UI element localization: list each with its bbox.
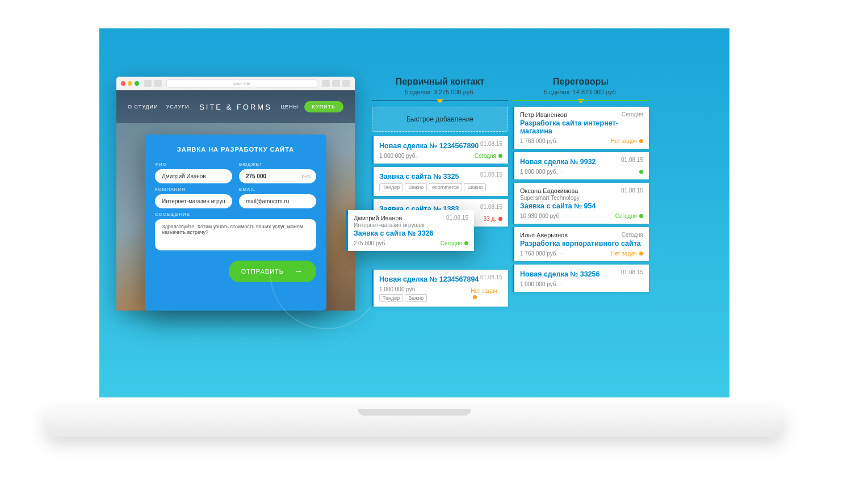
forward-icon [154, 80, 162, 87]
status-dot-icon [639, 170, 643, 174]
deal-card[interactable]: Новая сделка № 123456789001.08.15 1 000 … [372, 136, 508, 164]
col1-title: Первичный контакт [372, 77, 508, 87]
email-input[interactable] [239, 194, 316, 208]
deal-link[interactable]: Новая сделка № 33256 [520, 270, 600, 278]
deal-date: 01.08.15 [621, 157, 643, 163]
pipeline-col-primary-contact: Первичный контакт 5 сделок: 3 275 000 ру… [372, 77, 508, 310]
deal-card[interactable]: Заявка с сайта № 332501.08.15 ТендерВажн… [372, 167, 508, 196]
status-dot-icon [639, 252, 643, 255]
deal-card[interactable]: Петр ИваненковСегодня Разработка сайта и… [513, 107, 649, 149]
message-input[interactable] [155, 219, 316, 250]
deal-date: 01.08.15 [480, 141, 502, 147]
col2-title: Переговоры [513, 77, 649, 87]
deal-date: 01.08.15 [621, 187, 643, 194]
fio-label: ФИО [155, 162, 232, 167]
pipeline: Первичный контакт 5 сделок: 3 275 000 ру… [372, 77, 649, 310]
deal-company: Интернет-магазин игрушек [354, 222, 424, 228]
quick-add-button[interactable]: Быстрое добавление [372, 107, 508, 132]
status-dot-icon [498, 217, 502, 221]
deal-link[interactable]: Разработка корпоративного сайта [520, 240, 643, 248]
message-label: СООБЩЕНИЕ [155, 212, 316, 217]
deal-status: 33 д. [483, 216, 496, 222]
nav-about[interactable]: О СТУДИИ [128, 104, 158, 110]
deal-link[interactable]: Заявка с сайта № 3325 [379, 173, 459, 181]
form-title: ЗАЯВКА НА РАЗРАБОТКУ САЙТА [155, 146, 316, 153]
deal-person: Дмитрий Иванов [354, 215, 424, 221]
deal-amount: 1 763 000 руб. [520, 250, 557, 257]
maximize-dot-icon [135, 81, 139, 86]
deal-status: Нет задач [471, 288, 497, 294]
deal-person: Илья Аверьянов [520, 232, 568, 238]
dragging-deal-card[interactable]: Дмитрий Иванов Интернет-магазин игрушек … [346, 210, 474, 251]
deal-amount: 1 000 000 руб. [520, 169, 557, 175]
status-dot-icon [464, 241, 468, 245]
budget-label: БЮДЖЕТ [239, 162, 316, 167]
deal-status: Сегодня [615, 213, 637, 219]
deal-date: 01.08.15 [480, 274, 502, 280]
nav-services[interactable]: УСЛУГИ [166, 104, 190, 110]
deal-link[interactable]: Заявка с сайта № 954 [520, 202, 643, 210]
deal-date: 01.08.15 [621, 269, 643, 275]
deal-amount: 275 000 руб. [354, 240, 387, 246]
status-dot-icon [473, 295, 477, 299]
deal-card[interactable]: Оксана ЕвдокимоваSupersmart Technology01… [513, 183, 649, 224]
email-label: EMAIL [239, 187, 316, 192]
url-bar: your site [166, 79, 317, 87]
col2-subtitle: 5 сделок: 14 873 000 руб. [513, 89, 649, 95]
company-label: КОМПАНИЯ [155, 187, 232, 192]
deal-card[interactable]: Новая сделка № 3325601.08.15 1 000 000 р… [513, 265, 649, 292]
status-dot-icon [639, 214, 643, 218]
minimize-dot-icon [128, 81, 132, 86]
deal-status: Нет задач [611, 138, 637, 144]
budget-suffix: РУБ [302, 174, 311, 179]
deal-link[interactable]: Заявка с сайта № 3326 [354, 229, 468, 237]
deal-card[interactable]: Илья АверьяновСегодня Разработка корпора… [513, 227, 649, 261]
deal-amount: 10 930 000 руб. [520, 213, 561, 219]
buy-button[interactable]: КУПИТЬ [304, 101, 343, 112]
deal-company: Supersmart Technology [520, 195, 580, 201]
deal-tag: Тендер [379, 294, 403, 302]
deal-tag: Важно [405, 294, 427, 302]
deal-date: 01.08.15 [480, 204, 502, 210]
deal-link[interactable]: Новая сделка № 9932 [520, 158, 596, 166]
tabs-icon [342, 80, 350, 87]
deal-status: Сегодня [475, 153, 496, 159]
deal-date: Сегодня [622, 232, 643, 238]
deal-status: Нет задач [611, 250, 637, 257]
close-dot-icon [121, 81, 125, 86]
col1-subtitle: 5 сделок: 3 275 000 руб. [372, 89, 508, 95]
deal-link[interactable]: Новая сделка № 1234567894 [379, 275, 479, 283]
back-icon [144, 80, 152, 87]
browser-chrome: your site [116, 77, 355, 90]
site-logo: SITE & FORMS [199, 103, 272, 111]
status-dot-icon [498, 154, 502, 158]
decorative-arc [270, 273, 383, 329]
deal-card[interactable]: Новая сделка № 123456789401.08.15 1 000 … [372, 270, 508, 307]
deal-amount: 1 763 000 руб. [520, 138, 557, 144]
status-dot-icon [639, 139, 643, 143]
company-input[interactable] [155, 194, 232, 208]
deal-card[interactable]: Новая сделка № 993201.08.15 1 000 000 ру… [513, 152, 649, 179]
fio-input[interactable] [155, 169, 232, 183]
deal-person: Петр Иваненков [520, 111, 567, 118]
deal-tag: Тендер [379, 183, 403, 191]
deal-date: Сегодня [622, 111, 643, 118]
reload-icon [322, 80, 330, 87]
pipeline-col-negotiations: Переговоры 5 сделок: 14 873 000 руб. Пет… [513, 77, 649, 310]
nav-price[interactable]: ЦЕНЫ [280, 104, 298, 110]
deal-status: Сегодня [441, 240, 462, 246]
deal-amount: 1 000 000 руб. [379, 153, 417, 159]
deal-link[interactable]: Новая сделка № 1234567890 [379, 142, 479, 150]
deal-amount: 1 000 000 руб. [379, 286, 417, 292]
deal-date: 01.08.15 [446, 215, 468, 221]
deal-person: Оксана Евдокимова [520, 187, 580, 194]
deal-tag: Важно [464, 183, 486, 191]
deal-link[interactable]: Разработка сайта интернет-магазина [520, 119, 643, 135]
deal-tag: Важно [405, 183, 427, 191]
deal-date: 01.08.15 [480, 171, 502, 178]
share-icon [332, 80, 340, 87]
site-header: О СТУДИИ УСЛУГИ SITE & FORMS ЦЕНЫ КУПИТЬ [116, 90, 355, 123]
deal-amount: 1 000 000 руб. [520, 281, 557, 287]
deal-tag: ecommerce [429, 183, 462, 191]
